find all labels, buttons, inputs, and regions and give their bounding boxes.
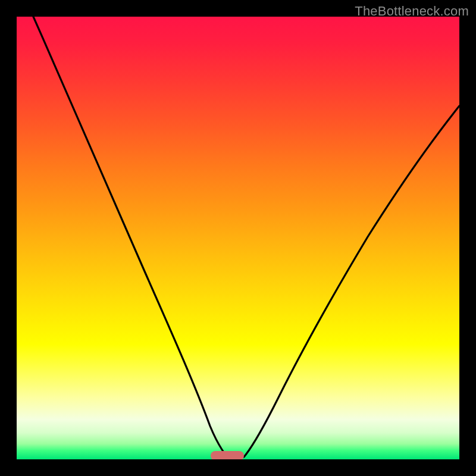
background-gradient [17, 17, 459, 459]
plot-area [17, 17, 459, 459]
chart-frame: TheBottleneck.com [0, 0, 476, 476]
bottleneck-marker [211, 451, 244, 459]
